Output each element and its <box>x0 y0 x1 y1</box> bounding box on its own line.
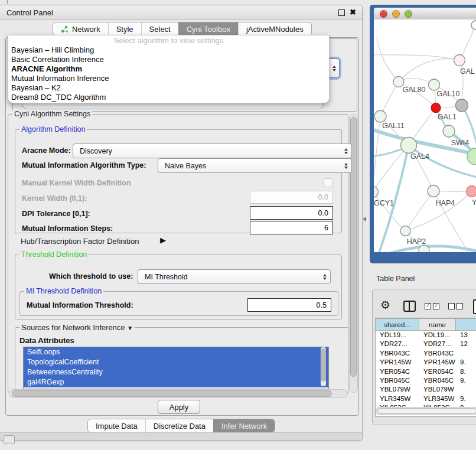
kernel-width-field[interactable] <box>250 191 333 204</box>
network-edge[interactable] <box>405 191 433 231</box>
mutual-information-threshold-field[interactable] <box>247 298 331 312</box>
table-row[interactable]: YLR345WYLR345W9. <box>376 394 476 403</box>
column-header-cut[interactable] <box>456 318 476 331</box>
table-cell[interactable]: YER054C <box>376 367 419 376</box>
table-cell[interactable]: 9. <box>456 394 476 403</box>
settings-horizontal-scrollbar-thumb[interactable] <box>12 390 332 397</box>
network-node[interactable] <box>456 99 468 112</box>
table-cell[interactable]: YBL079W <box>419 385 456 394</box>
network-edge[interactable] <box>377 37 399 81</box>
panel-collapse-button[interactable] <box>4 435 15 444</box>
tab-style[interactable]: Style <box>108 22 141 35</box>
table-cell[interactable]: YLR345W <box>376 394 419 403</box>
tab-jactivemnodules[interactable]: jActiveMNodules <box>238 22 311 35</box>
table-cell[interactable]: 12 <box>456 340 476 348</box>
table-cell[interactable]: 8. <box>456 367 476 376</box>
network-node[interactable] <box>443 125 455 137</box>
attribute-list-scrollbar[interactable] <box>321 347 326 386</box>
tab-discretize-data[interactable]: Discretize Data <box>145 419 213 432</box>
float-icon[interactable] <box>338 9 345 16</box>
network-node[interactable] <box>400 226 410 236</box>
dpi-tolerance-field[interactable] <box>250 206 333 220</box>
attribute-list-scrollbar-thumb[interactable] <box>321 348 326 381</box>
algorithm-item-dream8[interactable]: Dream8 DC_TDC Algorithm <box>8 93 329 102</box>
table-cell[interactable]: YDL19... <box>376 331 419 340</box>
settings-horizontal-scrollbar[interactable] <box>9 389 348 398</box>
table-cell[interactable]: YLR345W <box>419 394 456 403</box>
table-cell[interactable]: 13 <box>456 331 476 340</box>
attribute-topologicalcoefficient[interactable]: TopologicalCoefficient <box>24 357 328 367</box>
table-cell[interactable]: 9. <box>456 358 476 367</box>
table-horizontal-scrollbar-thumb[interactable] <box>377 408 476 414</box>
network-edge[interactable] <box>405 191 472 231</box>
table-cell[interactable]: YPR145W <box>419 358 456 367</box>
table-cell[interactable]: 9. <box>456 376 476 385</box>
network-canvas[interactable]: GALGAL80GAL10GAL1GAL11SWI4GAL4GCY1HAP4YH… <box>374 19 476 252</box>
table-cell[interactable]: YBR043C <box>419 349 456 358</box>
table-cell[interactable]: YBR045C <box>376 376 419 385</box>
table-row[interactable]: YBR045CYBR045C9. <box>376 376 476 385</box>
attribute-betweennesscentrality[interactable]: BetweennessCentrality <box>24 367 328 377</box>
tab-infer-network[interactable]: Infer Network <box>213 419 275 432</box>
column-header-name[interactable]: name <box>419 318 456 331</box>
table-function-icon[interactable] <box>473 299 476 314</box>
network-node[interactable] <box>471 21 476 30</box>
network-node[interactable] <box>374 187 379 198</box>
table-cell[interactable] <box>456 385 476 394</box>
algorithm-item-aracne[interactable]: ARACNE Algorithm <box>8 64 329 74</box>
mi-steps-field[interactable] <box>250 221 333 234</box>
show-columns-icon[interactable]: ✓✓ <box>425 303 439 309</box>
algorithm-item-basic-correlation[interactable]: Basic Correlation Inference <box>8 55 329 64</box>
sources-collapse-arrow-icon[interactable]: ▼ <box>127 325 133 331</box>
table-row[interactable]: YDR27...YDR27...12 <box>376 340 476 348</box>
hide-columns-icon[interactable] <box>448 303 463 309</box>
table-cell[interactable]: YER054C <box>419 367 456 376</box>
manual-kernel-checkbox[interactable] <box>324 178 332 187</box>
hub-tf-expand-arrow-icon[interactable]: ▶ <box>160 236 166 244</box>
table-cell[interactable]: YBL079W <box>376 385 419 394</box>
gear-icon[interactable]: ⚙ <box>380 299 390 311</box>
close-traffic-light[interactable] <box>380 10 387 18</box>
table-row[interactable]: YDL19...YDL19...13 <box>376 331 476 340</box>
network-node[interactable] <box>454 55 465 66</box>
attribute-selfloops[interactable]: SelfLoops <box>24 347 328 357</box>
hub-tf-definition-label[interactable]: Hub/Transcription Factor Definition <box>21 237 139 246</box>
table-cell[interactable]: YPR145W <box>376 358 419 367</box>
table-horizontal-scrollbar[interactable] <box>376 407 476 415</box>
network-node[interactable] <box>431 103 441 113</box>
tab-impute-data[interactable]: Impute Data <box>88 419 145 432</box>
tab-network[interactable]: Network <box>53 22 108 35</box>
table-row[interactable]: YBR043CYBR043C <box>376 349 476 358</box>
mi-type-combo[interactable]: Naive Bayes <box>158 158 352 173</box>
table-cell[interactable]: YBR045C <box>419 376 456 385</box>
apply-button[interactable]: Apply <box>158 400 200 414</box>
network-node[interactable] <box>401 138 417 154</box>
table-cell[interactable]: YDR27... <box>419 340 456 348</box>
close-icon[interactable]: ✖ <box>350 8 356 16</box>
algorithm-item-bayesian-k2[interactable]: Bayesian – K2 <box>8 83 329 93</box>
sources-title[interactable]: Sources for Network Inference ▼ <box>19 324 135 332</box>
network-edge[interactable] <box>374 55 459 60</box>
attribute-gal4rgexp[interactable]: gal4RGexp <box>24 377 328 387</box>
column-header-shared-name[interactable]: shared... <box>376 318 419 331</box>
table-row[interactable]: YBL079WYBL079W <box>376 385 476 394</box>
aracne-mode-combo[interactable]: Discovery <box>73 144 352 158</box>
zoom-traffic-light[interactable] <box>405 10 412 18</box>
table-cell[interactable]: YDR27... <box>376 340 419 348</box>
network-edge[interactable] <box>374 192 405 231</box>
network-edge[interactable] <box>386 246 476 252</box>
network-node[interactable] <box>467 186 476 197</box>
split-columns-icon[interactable] <box>403 301 416 312</box>
algorithm-item-bayesian-hill-climbing[interactable]: Bayesian – Hill Climbing <box>8 45 329 55</box>
table-row[interactable]: YER054CYER054C8. <box>376 367 476 376</box>
tab-cyni-toolbox[interactable]: Cyni Toolbox <box>178 22 238 35</box>
network-edge[interactable] <box>374 116 380 192</box>
network-edge[interactable] <box>399 58 459 81</box>
table-cell[interactable]: YDL19... <box>419 331 456 340</box>
table-cell[interactable] <box>456 349 476 358</box>
tab-select[interactable]: Select <box>141 22 178 35</box>
network-node[interactable] <box>374 110 386 122</box>
network-node[interactable] <box>428 185 439 197</box>
algorithm-item-mutual-information[interactable]: Mutual Information Inference <box>8 74 329 83</box>
splitpane-collapse-arrow-icon[interactable] <box>363 217 366 221</box>
